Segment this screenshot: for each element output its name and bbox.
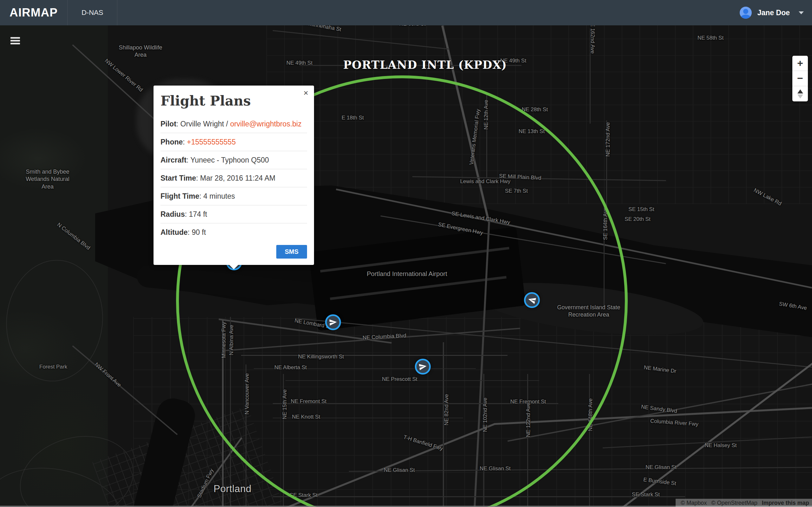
flight-plan-field: Radius: 174 ft xyxy=(160,205,307,223)
compass-south-icon xyxy=(798,95,803,99)
airport-overlay-title: PORTLAND INTL (KPDX) xyxy=(343,58,507,71)
osm-attribution-link[interactable]: © OpenStreetMap xyxy=(711,500,757,506)
compass-north-icon xyxy=(798,89,803,94)
map-attribution: © Mapbox © OpenStreetMap Improve this ma… xyxy=(676,499,812,507)
tab-dnas[interactable]: D-NAS xyxy=(67,0,117,25)
map-canvas[interactable]: Shillapoo Wildlife AreaNW Lower River Rd… xyxy=(0,25,812,507)
flight-plan-details: Pilot: Orville Wright / orville@wrightbr… xyxy=(160,115,307,241)
user-name: Jane Doe xyxy=(757,9,790,17)
zoom-out-button[interactable]: − xyxy=(792,71,808,86)
map-label: NE 49th St xyxy=(287,60,312,66)
flight-plans-popup: × Flight Plans Pilot: Orville Wright / o… xyxy=(154,86,314,265)
map-label: NE 162nd Ave xyxy=(589,25,596,54)
compass-button[interactable] xyxy=(792,86,808,101)
mapbox-attribution-link[interactable]: © Mapbox xyxy=(681,500,707,506)
user-menu[interactable]: Jane Doe xyxy=(740,7,812,19)
top-nav-bar: AIRMAP D-NAS Jane Doe xyxy=(0,0,812,25)
flight-plan-field: Aircraft: Yuneec - Typhoon Q500 xyxy=(160,151,307,169)
map-label: NE 28th St xyxy=(522,107,548,113)
flight-plan-field: Pilot: Orville Wright / orville@wrightbr… xyxy=(160,115,307,133)
airmap-logo: AIRMAP xyxy=(0,6,67,19)
map-label: Forest Park xyxy=(39,364,67,370)
map-label: NE 63rd St xyxy=(399,25,425,27)
map-label: SE 20th St xyxy=(624,216,650,222)
map-label: NE 58th St xyxy=(698,35,723,41)
sms-button[interactable]: SMS xyxy=(276,245,307,259)
map-label: NW Lower River Rd xyxy=(103,58,144,93)
avatar xyxy=(740,7,752,19)
flight-plan-field: Flight Time: 4 minutes xyxy=(160,187,307,205)
close-icon[interactable]: × xyxy=(304,89,308,97)
improve-map-link[interactable]: Improve this map xyxy=(762,500,809,506)
flight-plan-field: Altitude: 90 ft xyxy=(160,223,307,241)
drone-marker[interactable] xyxy=(325,314,341,330)
map-label: NE Halsey St xyxy=(705,442,737,449)
paper-plane-icon xyxy=(418,362,427,371)
map-zoom-control: + − xyxy=(792,56,808,101)
zoom-in-button[interactable]: + xyxy=(792,56,808,71)
nav-divider xyxy=(117,0,117,25)
chevron-down-icon xyxy=(799,11,804,14)
menu-icon[interactable] xyxy=(10,37,20,46)
map-label: SE 15th St xyxy=(628,206,654,213)
paper-plane-icon xyxy=(328,318,338,327)
flight-plan-field: Start Time: Mar 28, 2016 11:24 AM xyxy=(160,169,307,187)
drone-marker[interactable] xyxy=(524,292,540,308)
pilot-email-link[interactable]: orville@wrightbros.biz xyxy=(230,120,301,128)
map-label: NE 172nd Ave xyxy=(605,122,611,157)
popup-title: Flight Plans xyxy=(160,93,307,109)
phone-link[interactable]: +15555555555 xyxy=(187,138,236,146)
flight-plan-field: Phone: +15555555555 xyxy=(160,133,307,151)
map-label: Shillapoo Wildlife Area xyxy=(117,44,164,59)
map-label: Smith and Bybee Wetlands Natural Area xyxy=(20,168,74,190)
map-label: SE Stark St xyxy=(632,492,660,498)
drone-marker[interactable] xyxy=(415,359,431,375)
map-label: NE Glisan St xyxy=(646,464,676,470)
paper-plane-icon xyxy=(527,295,537,305)
map-label: Portland xyxy=(213,483,251,495)
